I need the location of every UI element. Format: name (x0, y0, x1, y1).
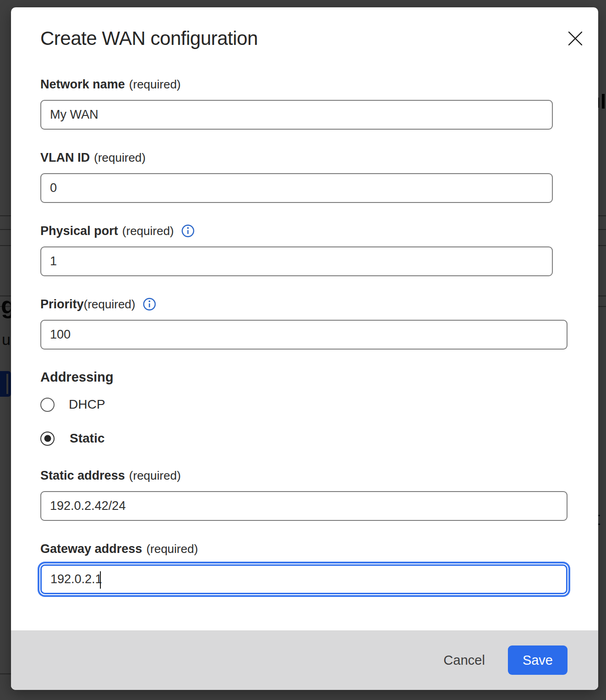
priority-input[interactable] (40, 320, 567, 350)
static-address-input[interactable] (40, 491, 567, 521)
save-button[interactable]: Save (508, 645, 567, 675)
addressing-option-dhcp[interactable]: DHCP (40, 397, 569, 412)
dialog-body: Create WAN configuration Network name (r… (11, 7, 598, 630)
create-wan-configuration-dialog: Create WAN configuration Network name (r… (11, 7, 598, 690)
static-radio-label: Static (70, 431, 105, 446)
required-hint: (required) (94, 150, 146, 165)
gateway-address-field-group: Gateway address (required) (40, 541, 569, 594)
physical-port-input[interactable] (40, 246, 553, 276)
required-hint: (required) (122, 224, 174, 238)
priority-field-group: Priority (required) (40, 297, 569, 350)
required-hint: (required) (129, 468, 181, 483)
physical-port-label: Physical port (required) (40, 224, 569, 238)
static-address-label: Static address (required) (40, 468, 569, 483)
cancel-button[interactable]: Cancel (444, 653, 485, 668)
dhcp-radio-label: DHCP (69, 397, 105, 412)
vlan-id-field-group: VLAN ID (required) (40, 150, 569, 203)
vlan-id-label-text: VLAN ID (40, 150, 90, 165)
gateway-address-input[interactable] (40, 564, 567, 594)
required-hint: (required) (129, 77, 181, 92)
dialog-title: Create WAN configuration (40, 27, 569, 49)
addressing-option-static[interactable]: Static (40, 431, 569, 446)
priority-info-icon[interactable] (143, 297, 156, 311)
network-name-input[interactable] (40, 100, 553, 130)
close-icon (567, 31, 583, 46)
dhcp-radio-button[interactable] (40, 398, 55, 412)
static-address-field-group: Static address (required) (40, 468, 569, 521)
required-hint: (required) (84, 297, 136, 312)
physical-port-label-text: Physical port (40, 224, 118, 238)
priority-label-text: Priority (40, 297, 84, 312)
close-button[interactable] (565, 28, 585, 49)
priority-label: Priority (required) (40, 297, 569, 312)
required-hint: (required) (146, 541, 198, 556)
vlan-id-input[interactable] (40, 173, 553, 203)
network-name-label: Network name (required) (40, 77, 569, 92)
dialog-footer: Cancel Save (11, 630, 598, 690)
addressing-section-heading: Addressing (40, 370, 569, 385)
text-cursor (100, 571, 101, 589)
gateway-address-label-text: Gateway address (40, 541, 142, 556)
physical-port-info-icon[interactable] (181, 224, 195, 238)
gateway-address-label: Gateway address (required) (40, 541, 569, 556)
vlan-id-label: VLAN ID (required) (40, 150, 569, 165)
static-address-label-text: Static address (40, 468, 125, 483)
network-name-label-text: Network name (40, 77, 125, 92)
physical-port-field-group: Physical port (required) (40, 224, 569, 276)
static-radio-button[interactable] (40, 432, 55, 446)
gateway-address-input-wrapper (40, 564, 567, 594)
network-name-field-group: Network name (required) (40, 77, 569, 130)
